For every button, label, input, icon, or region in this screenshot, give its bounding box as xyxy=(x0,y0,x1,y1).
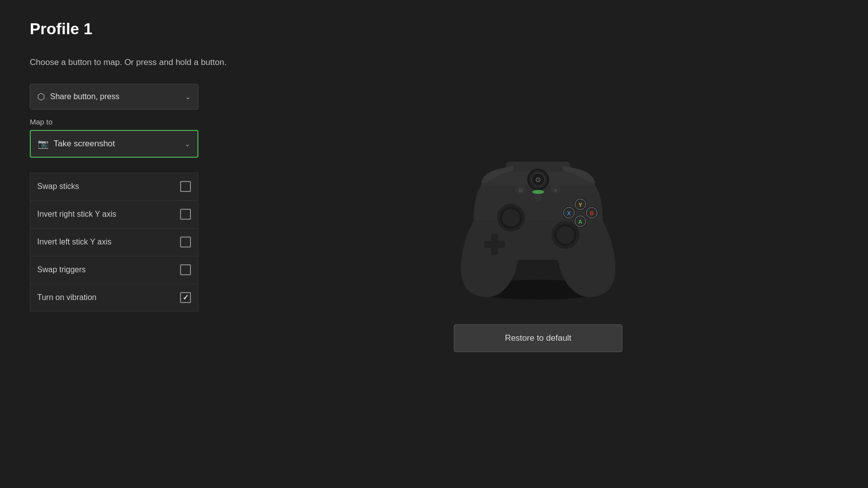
screenshot-icon: 📷 xyxy=(38,138,49,149)
swap-sticks-checkbox[interactable] xyxy=(180,181,191,192)
chevron-down-icon-map: ⌄ xyxy=(185,140,190,148)
svg-text:Y: Y xyxy=(578,202,582,208)
swap-sticks-label: Swap sticks xyxy=(37,182,180,191)
swap-triggers-checkbox[interactable] xyxy=(180,264,191,275)
map-to-dropdown[interactable]: 📷 Take screenshot ⌄ xyxy=(30,130,198,158)
share-icon: ⬡ xyxy=(37,91,45,102)
svg-point-13 xyxy=(502,209,520,227)
share-button-dropdown-container: ⬡ Share button, press ⌄ xyxy=(30,84,238,110)
right-panel: ⊙ ⊡ ≡ xyxy=(238,20,838,468)
svg-point-10 xyxy=(535,194,542,201)
chevron-down-icon: ⌄ xyxy=(185,93,191,101)
restore-default-label: Restore to default xyxy=(505,333,571,343)
invert-right-stick-y-checkbox[interactable] xyxy=(180,209,191,220)
svg-text:⊡: ⊡ xyxy=(519,188,523,193)
svg-text:B: B xyxy=(590,210,594,216)
option-invert-left-stick-y[interactable]: Invert left stick Y axis xyxy=(30,228,198,256)
invert-right-stick-y-label: Invert right stick Y axis xyxy=(37,210,180,219)
svg-point-18 xyxy=(557,226,574,244)
invert-left-stick-y-label: Invert left stick Y axis xyxy=(37,238,180,246)
options-list: Swap sticks Invert right stick Y axis In… xyxy=(30,173,238,311)
instruction-text: Choose a button to map. Or press and hol… xyxy=(30,56,238,69)
svg-text:A: A xyxy=(578,219,582,225)
svg-text:⊙: ⊙ xyxy=(535,176,541,183)
map-to-label: Map to xyxy=(30,118,238,126)
svg-text:X: X xyxy=(567,210,571,216)
option-swap-sticks[interactable]: Swap sticks xyxy=(30,173,198,200)
svg-rect-15 xyxy=(484,241,505,248)
turn-on-vibration-label: Turn on vibration xyxy=(37,293,180,302)
left-panel: Profile 1 Choose a button to map. Or pre… xyxy=(30,20,238,468)
controller-image: ⊙ ⊡ ≡ xyxy=(434,116,642,305)
option-invert-right-stick-y[interactable]: Invert right stick Y axis xyxy=(30,200,198,228)
swap-triggers-label: Swap triggers xyxy=(37,265,180,274)
svg-text:≡: ≡ xyxy=(554,188,557,193)
page-title: Profile 1 xyxy=(30,20,238,38)
share-button-label: Share button, press xyxy=(50,92,185,101)
restore-default-button[interactable]: Restore to default xyxy=(454,324,622,352)
selected-action-label: Take screenshot xyxy=(54,139,185,149)
option-turn-on-vibration[interactable]: Turn on vibration xyxy=(30,284,198,311)
option-swap-triggers[interactable]: Swap triggers xyxy=(30,256,198,284)
share-button-dropdown[interactable]: ⬡ Share button, press ⌄ xyxy=(30,84,198,110)
turn-on-vibration-checkbox[interactable] xyxy=(180,292,191,303)
invert-left-stick-y-checkbox[interactable] xyxy=(180,237,191,247)
svg-point-31 xyxy=(532,190,544,194)
